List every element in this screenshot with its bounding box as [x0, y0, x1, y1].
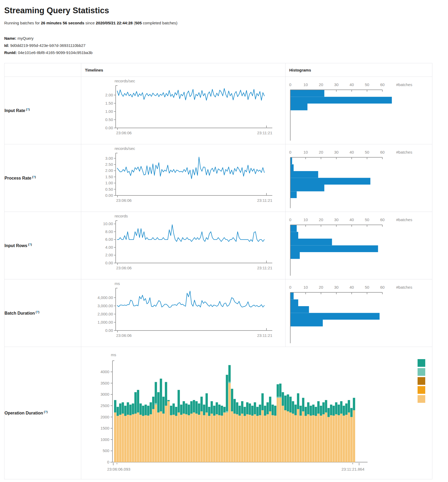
- header-empty-cell: [4, 63, 81, 77]
- histograms-column-header: Histograms: [289, 68, 311, 72]
- input-rate-label: Input Rate: [4, 108, 25, 113]
- batch-duration-timeline-chart: ms4,000.003,000.002,000.001,000.000.0023…: [81, 280, 277, 346]
- svg-text:3.00: 3.00: [105, 156, 113, 160]
- svg-text:0.00: 0.00: [105, 328, 113, 333]
- legend-swatch-dark-orange: [418, 377, 425, 385]
- input-rows-label-cell: Input Rows(?): [4, 212, 81, 279]
- svg-text:2.00: 2.00: [105, 168, 113, 173]
- input-rows-histogram-cell: 0102030405060#batches: [286, 212, 432, 279]
- input-rate-timeline-cell: records/sec2.001.501.000.500.0023:06:062…: [81, 77, 286, 144]
- svg-text:23:11:21: 23:11:21: [257, 333, 272, 338]
- svg-text:#batches: #batches: [396, 285, 412, 289]
- svg-text:2000: 2000: [101, 414, 109, 419]
- process-rate-timeline-chart: records/sec3.002.502.001.501.000.500.002…: [81, 145, 277, 211]
- process-rate-histogram-chart: 0102030405060#batches: [286, 145, 428, 211]
- svg-text:50: 50: [365, 217, 369, 222]
- operation-duration-chart-cell: ms4000350030002500200015001000500023:06:…: [81, 347, 432, 479]
- svg-text:2.00: 2.00: [105, 253, 113, 257]
- svg-text:20: 20: [319, 82, 323, 87]
- input-rate-help-icon[interactable]: (?): [26, 108, 30, 111]
- svg-text:50: 50: [365, 150, 369, 154]
- input-rows-help-icon[interactable]: (?): [28, 243, 32, 246]
- svg-text:ms: ms: [115, 281, 120, 286]
- query-id-line: Id: 9d0dd219-995d-423e-b97d-36931110bb27: [4, 42, 444, 49]
- svg-text:1000: 1000: [101, 437, 109, 441]
- svg-text:60: 60: [380, 217, 385, 222]
- process-rate-row: Process Rate(?) records/sec3.002.502.001…: [4, 144, 432, 212]
- streaming-query-statistics-page: Streaming Query Statistics Running batch…: [0, 0, 448, 482]
- svg-text:#batches: #batches: [396, 82, 412, 87]
- operation-duration-legend: [418, 359, 425, 404]
- svg-text:50: 50: [365, 82, 369, 87]
- operation-duration-stacked-chart: ms4000350030002500200015001000500023:06:…: [81, 351, 423, 475]
- svg-text:20: 20: [319, 285, 323, 289]
- svg-text:30: 30: [334, 82, 339, 87]
- batch-duration-timeline-cell: ms4,000.003,000.002,000.001,000.000.0023…: [81, 279, 286, 347]
- query-name-line: Name: myQuery: [4, 35, 444, 42]
- svg-text:4000: 4000: [101, 369, 109, 374]
- running-suffix: completed batches): [142, 21, 178, 25]
- operation-duration-label-cell: Operation Duration(?): [4, 347, 81, 479]
- svg-text:23:11:21: 23:11:21: [257, 131, 272, 135]
- svg-text:30: 30: [334, 217, 339, 222]
- query-runid-line: RunId: 04e101e6-8bf8-4165-9099-9104c951b…: [4, 49, 444, 56]
- running-summary: Running batches for 26 minutes 56 second…: [4, 21, 444, 25]
- svg-text:0: 0: [289, 82, 291, 87]
- svg-text:10: 10: [304, 150, 308, 154]
- svg-text:40: 40: [350, 82, 354, 87]
- svg-text:23:06:06: 23:06:06: [116, 198, 132, 203]
- query-info: Name: myQuery Id: 9d0dd219-995d-423e-b97…: [4, 35, 444, 56]
- svg-text:20: 20: [319, 217, 323, 222]
- svg-text:23:11:21: 23:11:21: [257, 198, 272, 203]
- svg-text:60: 60: [380, 82, 385, 87]
- svg-text:50: 50: [365, 285, 369, 289]
- input-rows-row: Input Rows(?) records10.008.006.004.002.…: [4, 212, 432, 279]
- svg-text:40: 40: [350, 285, 354, 289]
- svg-text:10.00: 10.00: [103, 221, 113, 226]
- input-rows-timeline-chart: records10.008.006.004.002.000.0023:06:06…: [81, 212, 277, 279]
- batch-duration-label-cell: Batch Duration(?): [4, 279, 81, 347]
- svg-text:3500: 3500: [101, 381, 109, 385]
- svg-text:60: 60: [380, 150, 385, 154]
- operation-duration-help-icon[interactable]: (?): [44, 410, 48, 413]
- svg-text:1.00: 1.00: [105, 181, 113, 185]
- running-duration: 26 minutes 56 seconds: [41, 21, 84, 25]
- table-header-row: Timelines Histograms: [4, 63, 432, 77]
- query-name-label: Name:: [4, 36, 16, 41]
- batch-duration-row: Batch Duration(?) ms4,000.003,000.002,00…: [4, 279, 432, 347]
- svg-text:records/sec: records/sec: [115, 146, 135, 151]
- svg-text:23:06:06: 23:06:06: [116, 266, 132, 270]
- input-rate-histogram-cell: 0102030405060#batches: [286, 77, 432, 144]
- batch-duration-histogram-chart: 0102030405060#batches: [286, 280, 428, 346]
- legend-swatch-light-teal: [418, 368, 425, 376]
- svg-text:2.50: 2.50: [105, 162, 113, 167]
- svg-text:3,000.00: 3,000.00: [98, 304, 113, 308]
- svg-text:0: 0: [107, 460, 109, 464]
- svg-text:2,000.00: 2,000.00: [98, 312, 113, 316]
- input-rows-histogram-chart: 0102030405060#batches: [286, 212, 428, 279]
- svg-text:23:06:06: 23:06:06: [116, 131, 132, 135]
- svg-text:1,000.00: 1,000.00: [98, 320, 113, 324]
- process-rate-histogram-cell: 0102030405060#batches: [286, 144, 432, 212]
- process-rate-help-icon[interactable]: (?): [32, 175, 36, 178]
- input-rows-label: Input Rows: [4, 243, 27, 248]
- legend-swatch-orange: [418, 386, 425, 394]
- svg-text:0.50: 0.50: [105, 187, 113, 191]
- svg-text:ms: ms: [111, 352, 116, 357]
- svg-text:3000: 3000: [101, 392, 109, 396]
- svg-text:23:11:21: 23:11:21: [257, 266, 272, 270]
- page-title: Streaming Query Statistics: [4, 6, 444, 15]
- svg-text:60: 60: [380, 285, 385, 289]
- completed-batch-count: 505: [135, 21, 142, 25]
- svg-text:30: 30: [334, 285, 339, 289]
- svg-text:0: 0: [289, 217, 291, 222]
- batch-duration-help-icon[interactable]: (?): [36, 310, 39, 314]
- svg-text:23:11:21.864: 23:11:21.864: [342, 467, 364, 471]
- running-prefix: Running batches for: [4, 21, 41, 25]
- svg-text:4,000.00: 4,000.00: [98, 295, 113, 300]
- svg-text:6.00: 6.00: [105, 237, 113, 242]
- svg-text:8.00: 8.00: [105, 229, 113, 234]
- batch-duration-label: Batch Duration: [4, 311, 35, 315]
- svg-text:2500: 2500: [101, 403, 109, 408]
- svg-text:30: 30: [334, 150, 339, 154]
